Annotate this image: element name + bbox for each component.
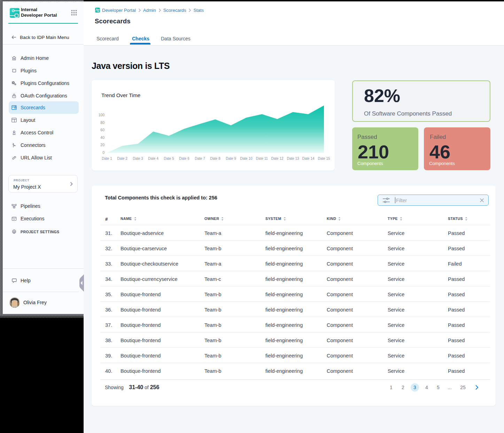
svg-text:Date 5: Date 5	[164, 157, 174, 160]
svg-text:Date 10: Date 10	[240, 157, 252, 160]
svg-text:Date 9: Date 9	[226, 157, 236, 160]
svg-text:Date 11: Date 11	[256, 157, 268, 160]
svg-text:100: 100	[98, 113, 104, 117]
svg-text:60: 60	[100, 128, 104, 132]
svg-text:40: 40	[100, 135, 104, 140]
svg-text:Date 14: Date 14	[302, 157, 314, 160]
svg-text:0: 0	[102, 150, 104, 155]
svg-text:Date 2: Date 2	[117, 157, 127, 160]
svg-text:Date 7: Date 7	[195, 157, 205, 160]
svg-text:Date 6: Date 6	[179, 157, 189, 160]
svg-text:Date 13: Date 13	[287, 157, 299, 160]
svg-text:Date 4: Date 4	[148, 157, 158, 160]
svg-text:80: 80	[100, 120, 104, 125]
svg-text:Date 8: Date 8	[210, 157, 220, 160]
svg-text:Date 12: Date 12	[271, 157, 283, 160]
svg-text:20: 20	[100, 143, 104, 147]
svg-text:Date 3: Date 3	[133, 157, 143, 160]
svg-text:Date 1: Date 1	[102, 157, 112, 160]
svg-text:Date 15: Date 15	[318, 157, 330, 160]
